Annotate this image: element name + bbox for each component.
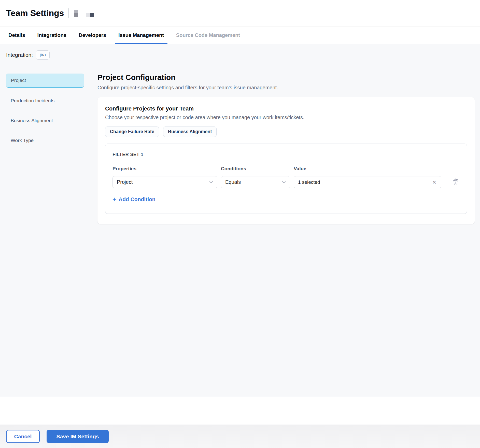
- content-area: Project Production Incidents Business Al…: [0, 66, 480, 397]
- value-column-label: Value: [294, 166, 441, 172]
- integration-jira-badge[interactable]: jira: [36, 50, 50, 60]
- redacted-block-1: [74, 10, 78, 17]
- footer-spacer: [0, 397, 480, 425]
- value-multiselect[interactable]: 1 selected ✕: [294, 176, 441, 188]
- property-select[interactable]: Project: [112, 176, 217, 188]
- tab-bar: Details Integrations Developers Issue Ma…: [0, 26, 480, 44]
- integration-label: Integration:: [6, 52, 33, 58]
- tab-details[interactable]: Details: [8, 26, 25, 44]
- metric-chip-row: Change Failure Rate Business Alignment: [105, 127, 467, 137]
- delete-filter-button[interactable]: [451, 177, 460, 187]
- redacted-block-2: [86, 13, 94, 17]
- chip-business-alignment[interactable]: Business Alignment: [163, 127, 217, 137]
- value-selected-count: 1 selected: [298, 179, 320, 185]
- section-title: Project Configuration: [97, 73, 475, 82]
- property-select-value: Project: [117, 179, 133, 185]
- tab-source-code-management[interactable]: Source Code Management: [176, 26, 240, 44]
- page-title: Team Settings: [6, 8, 64, 18]
- conditions-column-label: Conditions: [221, 166, 290, 172]
- card-title: Configure Projects for your Team: [105, 105, 467, 112]
- main-panel: Project Configuration Configure project-…: [90, 66, 480, 397]
- tab-developers[interactable]: Developers: [79, 26, 106, 44]
- chevron-down-icon: [282, 180, 286, 185]
- filter-condition-row: Project Equals 1 selected ✕: [112, 176, 460, 188]
- add-condition-label: Add Condition: [119, 196, 156, 202]
- title-separator: [68, 8, 68, 18]
- integration-row: Integration: jira: [0, 44, 480, 66]
- configure-projects-card: Configure Projects for your Team Choose …: [97, 97, 475, 224]
- settings-sidebar: Project Production Incidents Business Al…: [0, 66, 90, 397]
- sidebar-item-business-alignment[interactable]: Business Alignment: [6, 114, 84, 127]
- trash-icon: [452, 178, 459, 186]
- filter-set-title: FILTER SET 1: [112, 152, 460, 157]
- filter-column-labels: Properties Conditions Value: [112, 166, 460, 172]
- section-subtitle: Configure project-specific settings and …: [97, 85, 475, 91]
- clear-selection-icon[interactable]: ✕: [431, 179, 437, 186]
- tab-integrations[interactable]: Integrations: [37, 26, 66, 44]
- sidebar-item-production-incidents[interactable]: Production Incidents: [6, 94, 84, 107]
- cancel-button[interactable]: Cancel: [6, 430, 40, 443]
- chip-change-failure-rate[interactable]: Change Failure Rate: [105, 127, 159, 137]
- card-subtitle: Choose your respective project or code a…: [105, 115, 467, 120]
- footer-action-bar: Cancel Save IM Settings: [0, 425, 480, 448]
- save-im-settings-button[interactable]: Save IM Settings: [47, 430, 109, 443]
- plus-icon: +: [112, 196, 116, 202]
- add-condition-link[interactable]: + Add Condition: [112, 196, 156, 202]
- sidebar-item-project[interactable]: Project: [6, 74, 84, 88]
- condition-select[interactable]: Equals: [221, 176, 290, 188]
- page-header: Team Settings: [0, 0, 480, 26]
- chevron-down-icon: [209, 180, 213, 185]
- tab-issue-management[interactable]: Issue Management: [118, 26, 164, 44]
- sidebar-item-work-type[interactable]: Work Type: [6, 134, 84, 147]
- filter-set-1: FILTER SET 1 Properties Conditions Value…: [105, 144, 467, 214]
- properties-column-label: Properties: [112, 166, 217, 172]
- condition-select-value: Equals: [225, 179, 241, 185]
